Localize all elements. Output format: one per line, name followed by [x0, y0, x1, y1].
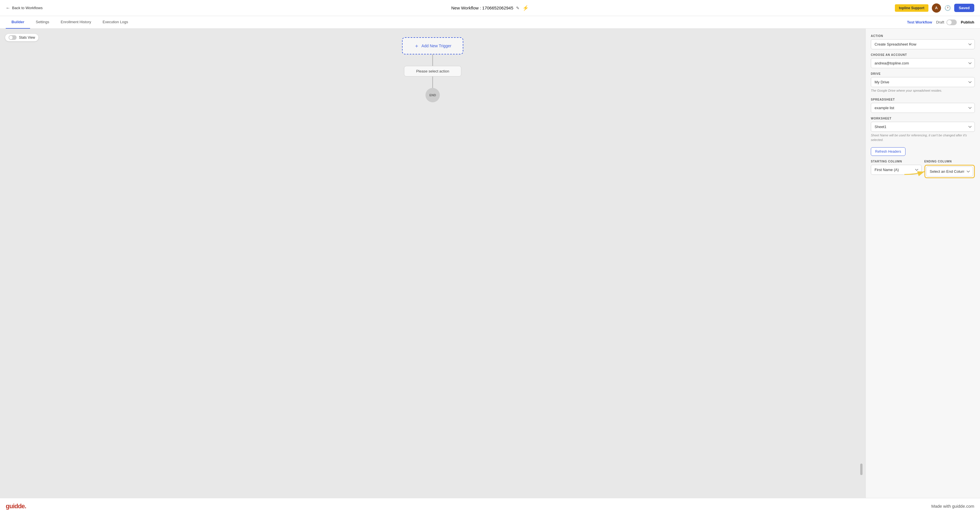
refresh-headers-button[interactable]: Refresh Headers: [871, 147, 905, 156]
action-node-label: Please select action: [416, 69, 449, 73]
ending-column-wrapper: Select an End Column: [924, 165, 975, 178]
tab-settings[interactable]: Settings: [30, 16, 55, 29]
workflow-title: New Workflow : 1706652062945: [451, 5, 514, 10]
ending-column-highlight: Select an End Column: [924, 165, 975, 178]
stats-toggle-track[interactable]: [9, 35, 17, 40]
tabs-left: Builder Settings Enrollment History Exec…: [6, 16, 134, 29]
worksheet-select[interactable]: Sheet1: [871, 122, 975, 132]
tabs-right: Test Workflow Draft Publish: [907, 19, 974, 25]
plus-icon: ＋: [414, 42, 419, 49]
draft-toggle-group: Draft: [936, 19, 957, 25]
guidde-logo: guidde.: [6, 503, 26, 510]
draft-toggle-track[interactable]: [947, 19, 957, 25]
drive-label: DRIVE: [871, 72, 975, 75]
canvas-content: ＋ Add New Trigger Please select action E…: [402, 29, 463, 102]
main-area: Stats View ＋ Add New Trigger Please sele…: [0, 29, 980, 498]
publish-button[interactable]: Publish: [961, 20, 974, 24]
connector-line-1: [433, 54, 433, 66]
scroll-hint: [860, 463, 862, 475]
tab-enrollment-history[interactable]: Enrollment History: [55, 16, 97, 29]
columns-row: STARTING COLUMN First Name (A) ENDING CO…: [871, 160, 975, 178]
edit-icon[interactable]: ✎: [516, 6, 520, 10]
nav-right: topline Support A 🕐 Saved: [895, 3, 974, 13]
draft-label: Draft: [936, 20, 944, 24]
tab-bar: Builder Settings Enrollment History Exec…: [0, 16, 980, 29]
account-select[interactable]: andrea@topline.com: [871, 58, 975, 68]
made-with-label: Made with guidde.com: [931, 504, 974, 509]
workflow-title-group: New Workflow : 1706652062945 ✎ ⚡: [451, 5, 529, 11]
choose-account-label: CHOOSE AN ACCOUNT: [871, 53, 975, 56]
tab-execution-logs[interactable]: Execution Logs: [97, 16, 134, 29]
drive-select[interactable]: My Drive: [871, 77, 975, 87]
lightning-icon: ⚡: [522, 5, 529, 11]
tab-builder[interactable]: Builder: [6, 16, 30, 29]
ending-column-select[interactable]: Select an End Column: [926, 167, 974, 177]
back-label: Back to Workflows: [12, 6, 43, 10]
back-to-workflows-link[interactable]: ← Back to Workflows: [6, 5, 43, 11]
worksheet-label: WORKSHEET: [871, 117, 975, 120]
history-icon[interactable]: 🕐: [945, 5, 951, 11]
connector-line-2: [433, 76, 433, 88]
stats-view-toggle[interactable]: Stats View: [5, 34, 38, 41]
action-node[interactable]: Please select action: [404, 66, 461, 76]
saved-button[interactable]: Saved: [954, 4, 974, 12]
drive-helper: The Google Drive where your spreadsheet …: [871, 89, 975, 93]
arrow-annotation-svg: [902, 167, 927, 177]
action-section-label: ACTION: [871, 34, 975, 38]
action-select[interactable]: Create Spreadsheet Row: [871, 39, 975, 49]
spreadsheet-select[interactable]: example list: [871, 103, 975, 113]
support-button[interactable]: topline Support: [895, 4, 928, 12]
test-workflow-button[interactable]: Test Workflow: [907, 20, 932, 24]
back-arrow-icon: ←: [6, 5, 10, 11]
canvas[interactable]: Stats View ＋ Add New Trigger Please sele…: [0, 29, 865, 498]
draft-toggle-thumb: [947, 20, 951, 25]
stats-view-label: Stats View: [19, 35, 35, 40]
ending-column-label: ENDING COLUMN: [924, 160, 975, 163]
top-nav: ← Back to Workflows New Workflow : 17066…: [0, 0, 980, 16]
guidde-footer: guidde. Made with guidde.com: [0, 498, 980, 514]
ending-column-group: ENDING COLUMN Select an End Column: [924, 160, 975, 178]
end-node: END: [426, 88, 440, 102]
right-panel: ACTION Create Spreadsheet Row CHOOSE AN …: [865, 29, 980, 498]
spreadsheet-label: SPREADSHEET: [871, 98, 975, 101]
stats-toggle-thumb: [9, 36, 13, 39]
avatar: A: [932, 3, 941, 13]
worksheet-helper: Sheet Name will be used for referencing,…: [871, 133, 975, 142]
trigger-label: Add New Trigger: [422, 43, 451, 48]
end-node-label: END: [429, 93, 436, 97]
starting-column-label: STARTING COLUMN: [871, 160, 921, 163]
add-trigger-box[interactable]: ＋ Add New Trigger: [402, 37, 463, 54]
